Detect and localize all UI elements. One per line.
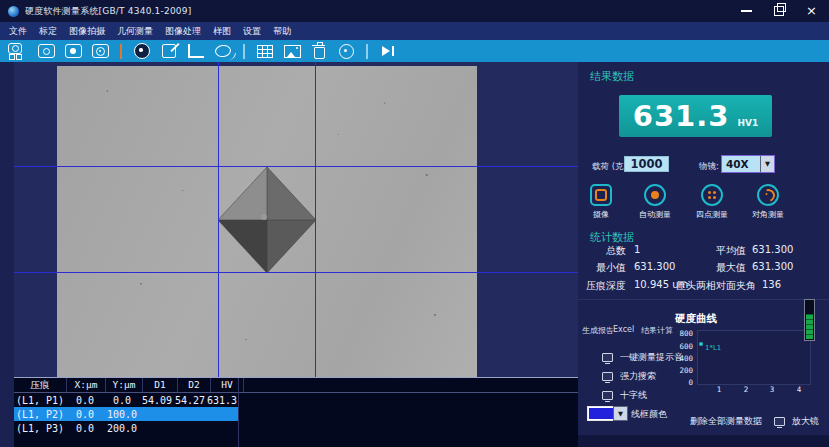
- line-color-picker[interactable]: [587, 406, 615, 421]
- toolbar-separator: [120, 44, 122, 59]
- stat-total-value: 1: [634, 244, 640, 255]
- restore-icon: [774, 6, 784, 16]
- measure-line-horizontal-1: [14, 166, 578, 167]
- table-row[interactable]: (L1, P1) 0.0 0.0 54.09 54.27 631.3: [14, 393, 239, 407]
- column-header-hv: HV: [211, 378, 244, 392]
- measure-line-vertical-1: [218, 62, 219, 377]
- menu-item-help[interactable]: 帮助: [273, 25, 291, 38]
- menu-item-image-processing[interactable]: 图像处理: [165, 25, 201, 38]
- data-point: [699, 342, 703, 346]
- toolbar-separator: [243, 44, 245, 59]
- menu-item-sample[interactable]: 样图: [213, 25, 231, 38]
- objective-label: 物镜:: [699, 161, 719, 173]
- y-axis-tick: 0: [673, 378, 693, 387]
- menu-item-calibration[interactable]: 标定: [39, 25, 57, 38]
- stat-average-label: 平均值: [678, 244, 746, 258]
- ruler-icon[interactable]: [187, 42, 205, 60]
- x-axis-tick: 1: [715, 385, 723, 394]
- bottom-strip: [578, 435, 829, 447]
- close-button[interactable]: ×: [806, 0, 817, 22]
- table-cell: 631.3: [206, 395, 238, 406]
- four-point-measure-button[interactable]: 四点测量: [688, 184, 736, 220]
- menubar: 文件 标定 图像拍摄 几何测量 图像处理 样图 设置 帮助: [0, 22, 829, 40]
- menu-item-settings[interactable]: 设置: [243, 25, 261, 38]
- minimize-button[interactable]: [741, 10, 752, 12]
- image-viewport[interactable]: [14, 62, 578, 377]
- delete-all-button[interactable]: 删除全部测量数据: [690, 415, 762, 428]
- edit-report-icon[interactable]: [160, 42, 178, 60]
- column-header-y: Y:μm: [106, 378, 143, 392]
- app-logo-icon: [8, 6, 19, 17]
- table-cell: 100.0: [104, 409, 140, 420]
- monitor-icon: [602, 353, 613, 362]
- objective-value: 40X: [722, 156, 760, 172]
- toolbar-separator: [366, 44, 368, 59]
- toggle-measure-sound[interactable]: 一键测量提示音: [602, 351, 683, 364]
- table-cell: (L1, P3): [14, 423, 66, 434]
- hardness-unit: HV1: [737, 118, 758, 128]
- monitor-icon: [602, 372, 613, 381]
- camera-capture-icon[interactable]: [64, 42, 82, 60]
- chevron-down-icon[interactable]: ▼: [760, 156, 774, 172]
- stat-total-label: 总数: [578, 244, 626, 258]
- menu-item-file[interactable]: 文件: [9, 25, 27, 38]
- line-color-label: 线框颜色: [631, 408, 667, 421]
- toggle-crosshair[interactable]: 十字线: [602, 389, 647, 402]
- four-point-icon: [701, 184, 723, 206]
- generate-report-button[interactable]: 生成报告: [582, 325, 614, 336]
- result-calc-button[interactable]: 结果计算: [641, 325, 673, 336]
- run-next-icon[interactable]: [379, 42, 397, 60]
- image-gallery-icon[interactable]: [283, 42, 301, 60]
- table-cell: 0.0: [66, 409, 104, 420]
- camera-source-icon[interactable]: [8, 42, 28, 60]
- x-axis-tick: 4: [795, 385, 803, 394]
- results-section-title: 结果数据: [590, 69, 634, 84]
- chevron-down-icon[interactable]: ▼: [613, 406, 628, 421]
- diagonal-measure-button[interactable]: 对角测量: [744, 184, 792, 220]
- trash-icon[interactable]: [310, 42, 328, 60]
- objective-select[interactable]: 40X ▼: [721, 155, 775, 173]
- table-edge: [238, 378, 239, 447]
- menu-item-geometry-measure[interactable]: 几何测量: [117, 25, 153, 38]
- magnifier-button[interactable]: 放大镜: [774, 415, 819, 428]
- column-header-d2: D2: [178, 378, 211, 392]
- table-row[interactable]: (L1, P3) 0.0 200.0: [14, 421, 239, 435]
- table-cell: 54.27: [174, 395, 206, 406]
- table-cell: (L1, P1): [14, 395, 66, 406]
- table-cell: 54.09: [140, 395, 174, 406]
- monitor-icon: [602, 391, 613, 400]
- auto-measure-button[interactable]: 自动测量: [631, 184, 679, 220]
- panel-divider: [578, 299, 829, 300]
- x-axis-tick: 2: [742, 385, 750, 394]
- grid-table-icon[interactable]: [256, 42, 274, 60]
- statistics-section-title: 统计数据: [590, 230, 634, 245]
- stat-depth-label: 压痕深度: [578, 279, 626, 293]
- table-cell: 200.0: [104, 423, 140, 434]
- menu-item-image-capture[interactable]: 图像拍摄: [69, 25, 105, 38]
- y-axis-tick: 800: [673, 329, 693, 338]
- line-color-swatch: [589, 408, 613, 419]
- level-meter: [804, 299, 815, 341]
- camera-preview-icon[interactable]: [37, 42, 55, 60]
- target-icon[interactable]: [133, 42, 151, 60]
- window-controls: ×: [741, 0, 817, 22]
- y-axis-tick: 200: [673, 366, 693, 375]
- camera-settings-icon[interactable]: [91, 42, 109, 60]
- load-input[interactable]: [624, 156, 669, 172]
- capture-button[interactable]: 摄像: [577, 184, 625, 220]
- app-window: 硬度软件测量系统[GB/T 4340.1-2009] × 文件 标定 图像拍摄 …: [0, 0, 829, 447]
- chart-title: 硬度曲线: [675, 312, 717, 326]
- table-row-selected[interactable]: (L1, P2) 0.0 100.0: [14, 407, 239, 421]
- excel-export-button[interactable]: Excel: [613, 325, 634, 334]
- column-header-d1: D1: [143, 378, 178, 392]
- stat-max-value: 631.300: [752, 261, 793, 272]
- lasso-select-icon[interactable]: [214, 42, 232, 60]
- snapshot-icon[interactable]: [337, 42, 355, 60]
- column-header-indent: 压痕: [14, 378, 67, 392]
- measure-line-vertical-2: [315, 62, 316, 377]
- table-cell: 0.0: [66, 395, 104, 406]
- titlebar: 硬度软件测量系统[GB/T 4340.1-2009] ×: [0, 0, 829, 22]
- restore-button[interactable]: [774, 6, 784, 16]
- table-cell: 0.0: [66, 423, 104, 434]
- toggle-strong-search[interactable]: 强力搜索: [602, 370, 656, 383]
